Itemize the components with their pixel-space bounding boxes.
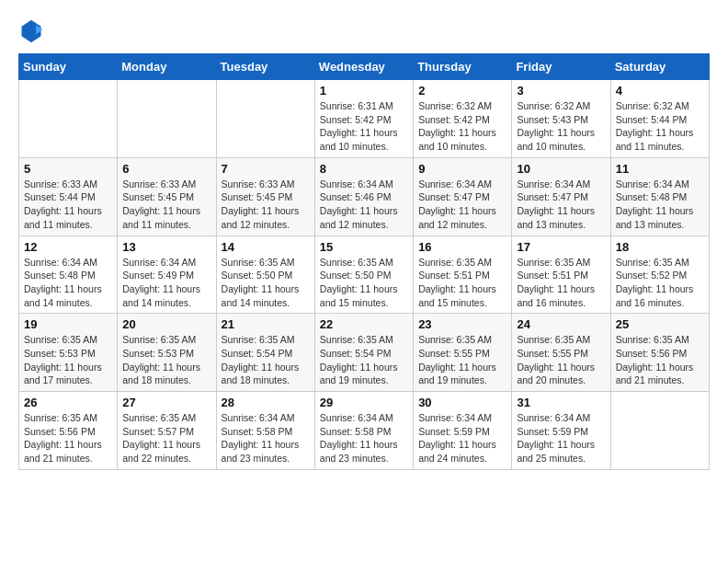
calendar-cell: 12Sunrise: 6:34 AM Sunset: 5:48 PM Dayli… xyxy=(19,236,118,314)
day-info: Sunrise: 6:33 AM Sunset: 5:45 PM Dayligh… xyxy=(222,178,310,232)
calendar-cell: 31Sunrise: 6:34 AM Sunset: 5:59 PM Dayli… xyxy=(512,392,610,470)
calendar-cell: 6Sunrise: 6:33 AM Sunset: 5:45 PM Daylig… xyxy=(118,157,216,236)
logo xyxy=(18,18,48,44)
day-number: 8 xyxy=(320,162,408,176)
day-number: 3 xyxy=(517,84,605,98)
logo-icon xyxy=(18,18,44,44)
calendar-cell xyxy=(19,80,118,158)
calendar-cell xyxy=(118,80,216,158)
day-number: 23 xyxy=(418,317,506,331)
calendar-cell: 26Sunrise: 6:35 AM Sunset: 5:56 PM Dayli… xyxy=(19,392,118,470)
day-number: 17 xyxy=(517,240,605,254)
weekday-header: Friday xyxy=(512,54,610,80)
weekday-header: Monday xyxy=(118,54,216,80)
calendar-cell: 15Sunrise: 6:35 AM Sunset: 5:50 PM Dayli… xyxy=(314,236,413,314)
day-info: Sunrise: 6:35 AM Sunset: 5:54 PM Dayligh… xyxy=(222,333,310,387)
day-number: 28 xyxy=(222,396,310,409)
calendar-week-row: 1Sunrise: 6:31 AM Sunset: 5:42 PM Daylig… xyxy=(19,80,710,158)
calendar-cell: 3Sunrise: 6:32 AM Sunset: 5:43 PM Daylig… xyxy=(512,80,610,158)
day-number: 15 xyxy=(320,240,408,254)
calendar-cell: 22Sunrise: 6:35 AM Sunset: 5:54 PM Dayli… xyxy=(314,314,413,392)
day-info: Sunrise: 6:34 AM Sunset: 5:59 PM Dayligh… xyxy=(517,411,605,465)
day-number: 2 xyxy=(418,84,506,98)
page-header xyxy=(18,18,710,44)
calendar-week-row: 12Sunrise: 6:34 AM Sunset: 5:48 PM Dayli… xyxy=(19,236,710,314)
day-number: 11 xyxy=(616,162,704,176)
calendar-cell: 17Sunrise: 6:35 AM Sunset: 5:51 PM Dayli… xyxy=(512,236,610,314)
weekday-header: Sunday xyxy=(19,54,118,80)
day-number: 24 xyxy=(517,317,605,331)
calendar-cell xyxy=(216,80,314,158)
day-number: 29 xyxy=(320,396,408,409)
day-info: Sunrise: 6:34 AM Sunset: 5:46 PM Dayligh… xyxy=(320,178,408,232)
calendar-cell: 23Sunrise: 6:35 AM Sunset: 5:55 PM Dayli… xyxy=(414,314,512,392)
day-number: 7 xyxy=(222,162,310,176)
day-info: Sunrise: 6:31 AM Sunset: 5:42 PM Dayligh… xyxy=(320,99,408,154)
weekday-header-row: SundayMondayTuesdayWednesdayThursdayFrid… xyxy=(19,54,710,80)
day-info: Sunrise: 6:35 AM Sunset: 5:51 PM Dayligh… xyxy=(418,256,506,310)
calendar-cell: 9Sunrise: 6:34 AM Sunset: 5:47 PM Daylig… xyxy=(414,157,512,236)
day-info: Sunrise: 6:35 AM Sunset: 5:50 PM Dayligh… xyxy=(222,256,310,310)
day-number: 16 xyxy=(418,240,506,254)
weekday-header: Saturday xyxy=(610,54,709,80)
weekday-header: Thursday xyxy=(414,54,512,80)
day-info: Sunrise: 6:35 AM Sunset: 5:53 PM Dayligh… xyxy=(24,333,112,387)
day-info: Sunrise: 6:35 AM Sunset: 5:52 PM Dayligh… xyxy=(616,256,704,310)
weekday-header: Tuesday xyxy=(216,54,314,80)
calendar-week-row: 26Sunrise: 6:35 AM Sunset: 5:56 PM Dayli… xyxy=(19,392,710,470)
day-number: 27 xyxy=(122,396,210,409)
calendar-cell: 16Sunrise: 6:35 AM Sunset: 5:51 PM Dayli… xyxy=(414,236,512,314)
calendar-cell: 1Sunrise: 6:31 AM Sunset: 5:42 PM Daylig… xyxy=(314,80,413,158)
calendar-week-row: 5Sunrise: 6:33 AM Sunset: 5:44 PM Daylig… xyxy=(19,157,710,236)
day-number: 20 xyxy=(122,317,210,331)
day-number: 6 xyxy=(122,162,210,176)
day-info: Sunrise: 6:35 AM Sunset: 5:56 PM Dayligh… xyxy=(616,333,704,387)
day-info: Sunrise: 6:35 AM Sunset: 5:57 PM Dayligh… xyxy=(122,411,210,465)
day-info: Sunrise: 6:35 AM Sunset: 5:55 PM Dayligh… xyxy=(418,333,506,387)
day-info: Sunrise: 6:35 AM Sunset: 5:50 PM Dayligh… xyxy=(320,256,408,310)
day-number: 21 xyxy=(222,317,310,331)
calendar-cell: 5Sunrise: 6:33 AM Sunset: 5:44 PM Daylig… xyxy=(19,157,118,236)
calendar-cell: 30Sunrise: 6:34 AM Sunset: 5:59 PM Dayli… xyxy=(414,392,512,470)
day-number: 31 xyxy=(517,396,605,409)
day-info: Sunrise: 6:32 AM Sunset: 5:43 PM Dayligh… xyxy=(517,99,605,154)
day-number: 19 xyxy=(24,317,112,331)
day-info: Sunrise: 6:34 AM Sunset: 5:48 PM Dayligh… xyxy=(616,178,704,232)
calendar-cell: 11Sunrise: 6:34 AM Sunset: 5:48 PM Dayli… xyxy=(610,157,709,236)
day-info: Sunrise: 6:34 AM Sunset: 5:47 PM Dayligh… xyxy=(517,178,605,232)
day-info: Sunrise: 6:34 AM Sunset: 5:48 PM Dayligh… xyxy=(24,256,112,310)
calendar-cell: 8Sunrise: 6:34 AM Sunset: 5:46 PM Daylig… xyxy=(314,157,413,236)
day-info: Sunrise: 6:32 AM Sunset: 5:44 PM Dayligh… xyxy=(616,99,704,154)
calendar-cell xyxy=(610,392,709,470)
day-number: 9 xyxy=(418,162,506,176)
calendar-cell: 14Sunrise: 6:35 AM Sunset: 5:50 PM Dayli… xyxy=(216,236,314,314)
calendar-table: SundayMondayTuesdayWednesdayThursdayFrid… xyxy=(18,53,710,470)
day-info: Sunrise: 6:34 AM Sunset: 5:47 PM Dayligh… xyxy=(418,178,506,232)
weekday-header: Wednesday xyxy=(314,54,413,80)
calendar-cell: 2Sunrise: 6:32 AM Sunset: 5:42 PM Daylig… xyxy=(414,80,512,158)
calendar-cell: 20Sunrise: 6:35 AM Sunset: 5:53 PM Dayli… xyxy=(118,314,216,392)
day-number: 4 xyxy=(616,84,704,98)
day-info: Sunrise: 6:35 AM Sunset: 5:56 PM Dayligh… xyxy=(24,411,112,465)
calendar-cell: 21Sunrise: 6:35 AM Sunset: 5:54 PM Dayli… xyxy=(216,314,314,392)
calendar-cell: 13Sunrise: 6:34 AM Sunset: 5:49 PM Dayli… xyxy=(118,236,216,314)
calendar-cell: 25Sunrise: 6:35 AM Sunset: 5:56 PM Dayli… xyxy=(610,314,709,392)
day-number: 26 xyxy=(24,396,112,409)
day-info: Sunrise: 6:35 AM Sunset: 5:54 PM Dayligh… xyxy=(320,333,408,387)
day-number: 25 xyxy=(616,317,704,331)
day-number: 13 xyxy=(122,240,210,254)
day-number: 5 xyxy=(24,162,112,176)
calendar-cell: 7Sunrise: 6:33 AM Sunset: 5:45 PM Daylig… xyxy=(216,157,314,236)
day-number: 10 xyxy=(517,162,605,176)
day-info: Sunrise: 6:33 AM Sunset: 5:45 PM Dayligh… xyxy=(122,178,210,232)
day-number: 14 xyxy=(222,240,310,254)
calendar-cell: 29Sunrise: 6:34 AM Sunset: 5:58 PM Dayli… xyxy=(314,392,413,470)
day-number: 1 xyxy=(320,84,408,98)
day-info: Sunrise: 6:34 AM Sunset: 5:49 PM Dayligh… xyxy=(122,256,210,310)
day-info: Sunrise: 6:35 AM Sunset: 5:53 PM Dayligh… xyxy=(122,333,210,387)
calendar-cell: 28Sunrise: 6:34 AM Sunset: 5:58 PM Dayli… xyxy=(216,392,314,470)
day-number: 22 xyxy=(320,317,408,331)
calendar-cell: 27Sunrise: 6:35 AM Sunset: 5:57 PM Dayli… xyxy=(118,392,216,470)
day-number: 30 xyxy=(418,396,506,409)
day-info: Sunrise: 6:33 AM Sunset: 5:44 PM Dayligh… xyxy=(24,178,112,232)
